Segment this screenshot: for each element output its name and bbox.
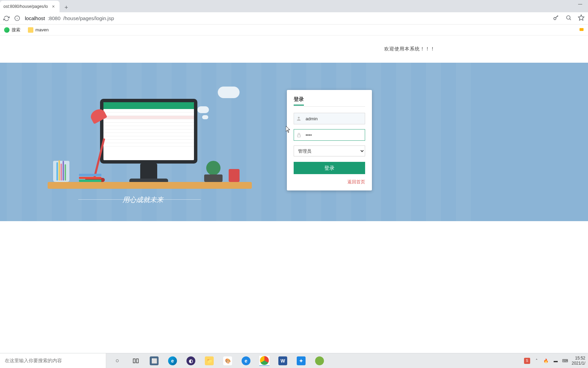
svg-marker-6 <box>578 15 584 20</box>
bookmarks-overflow-icon[interactable] <box>579 27 584 33</box>
svg-rect-9 <box>297 135 300 137</box>
username-field-wrap <box>294 113 365 124</box>
folder-icon <box>28 27 33 33</box>
key-icon[interactable] <box>553 14 559 22</box>
password-input[interactable] <box>304 129 365 140</box>
cloud-icon <box>202 115 208 119</box>
login-title: 登录 <box>294 96 304 106</box>
close-icon[interactable]: × <box>51 4 56 9</box>
clock[interactable]: 15:52 2021/1/ <box>572 356 585 366</box>
mug-icon <box>229 169 240 182</box>
bookmark-label: maven <box>35 27 49 32</box>
svg-line-5 <box>570 19 571 20</box>
cloud-icon <box>218 87 240 98</box>
url-host: localhost <box>25 15 45 21</box>
app-icon[interactable]: ⬜ <box>149 356 159 366</box>
url-display[interactable]: localhost:8080/house/pages/login.jsp <box>25 15 114 21</box>
explorer-icon[interactable]: 📁 <box>204 356 214 366</box>
svg-point-8 <box>298 117 299 119</box>
bookmark-search[interactable]: 搜索 <box>4 27 20 33</box>
bookmarks-bar: 搜索 maven <box>0 25 588 35</box>
address-bar: localhost:8080/house/pages/login.jsp <box>0 12 588 25</box>
site-info-icon[interactable] <box>14 15 20 21</box>
minimize-button[interactable]: ― <box>572 0 588 8</box>
svg-point-3 <box>554 17 556 20</box>
username-input[interactable] <box>304 113 365 124</box>
chevron-up-icon[interactable]: ˄ <box>534 358 540 364</box>
url-port: :8080 <box>48 15 61 21</box>
slogan-text: 用心成就未来 <box>122 195 163 204</box>
monitor-illustration <box>100 99 197 164</box>
hero-section: 用心成就未来 登录 管理员 登录 返回首页 <box>0 63 588 221</box>
new-tab-button[interactable]: + <box>62 3 71 12</box>
clock-time: 15:52 <box>572 356 585 361</box>
taskbar-search[interactable]: 在这里输入你要搜索的内容 <box>0 353 106 368</box>
app-green-icon[interactable] <box>314 356 325 366</box>
keyboard-icon[interactable]: ⌨ <box>562 358 568 364</box>
url-path: /house/pages/login.jsp <box>63 15 114 21</box>
system-tray: S ˄ 🔥 ▬ ⌨ 15:52 2021/1/ <box>524 356 588 366</box>
svg-point-4 <box>567 16 570 19</box>
chrome-icon[interactable] <box>259 356 270 366</box>
browser-tab[interactable]: ost:8080/house/pages/lo × <box>0 1 60 12</box>
page-content: 欢迎使用本系统！！！ <box>0 35 588 221</box>
window-controls: ― <box>572 0 588 8</box>
eclipse-icon[interactable]: ◐ <box>186 356 196 366</box>
books-icon <box>79 173 101 182</box>
desk-illustration: 用心成就未来 <box>48 78 252 204</box>
bookmark-maven[interactable]: maven <box>28 27 49 33</box>
search-placeholder: 在这里输入你要搜索的内容 <box>5 358 62 364</box>
back-home-link[interactable]: 返回首页 <box>294 179 365 185</box>
taskbar: 在这里输入你要搜索的内容 ○ ⬜ e ◐ 📁 🎨 e W ✦ S ˄ 🔥 ▬ ⌨… <box>0 353 588 368</box>
battery-icon[interactable]: ▬ <box>553 358 559 364</box>
360-icon <box>4 27 10 33</box>
edge-icon[interactable]: e <box>167 356 178 366</box>
role-select[interactable]: 管理员 <box>294 145 365 156</box>
paint-icon[interactable]: 🎨 <box>223 356 233 366</box>
browser-tab-bar: ost:8080/house/pages/lo × + ― <box>0 0 588 12</box>
bookmark-label: 搜索 <box>12 27 20 33</box>
lock-icon <box>294 133 304 138</box>
ie-icon[interactable]: e <box>241 356 251 366</box>
login-card: 登录 管理员 登录 返回首页 <box>287 90 372 190</box>
tray-app-icon[interactable]: 🔥 <box>543 358 549 364</box>
svg-rect-7 <box>579 28 584 31</box>
word-icon[interactable]: W <box>278 356 288 366</box>
cloud-icon <box>197 106 209 113</box>
app-blue-icon[interactable]: ✦ <box>296 356 306 366</box>
svg-rect-10 <box>133 359 135 363</box>
cortana-icon[interactable]: ○ <box>112 356 122 366</box>
clock-date: 2021/1/ <box>572 361 585 366</box>
svg-rect-11 <box>136 359 138 363</box>
tray-ime-icon[interactable]: S <box>524 358 530 364</box>
tab-title: ost:8080/house/pages/lo <box>3 4 48 9</box>
user-icon <box>294 116 304 121</box>
task-view-icon[interactable] <box>131 356 141 366</box>
star-icon[interactable] <box>578 14 585 22</box>
pencil-cup-icon <box>53 161 69 182</box>
welcome-text: 欢迎使用本系统！！！ <box>0 35 588 63</box>
reload-icon[interactable] <box>3 15 10 21</box>
login-button[interactable]: 登录 <box>294 162 365 174</box>
zoom-icon[interactable] <box>566 15 572 22</box>
plant-icon <box>204 162 223 182</box>
password-field-wrap <box>294 129 365 141</box>
